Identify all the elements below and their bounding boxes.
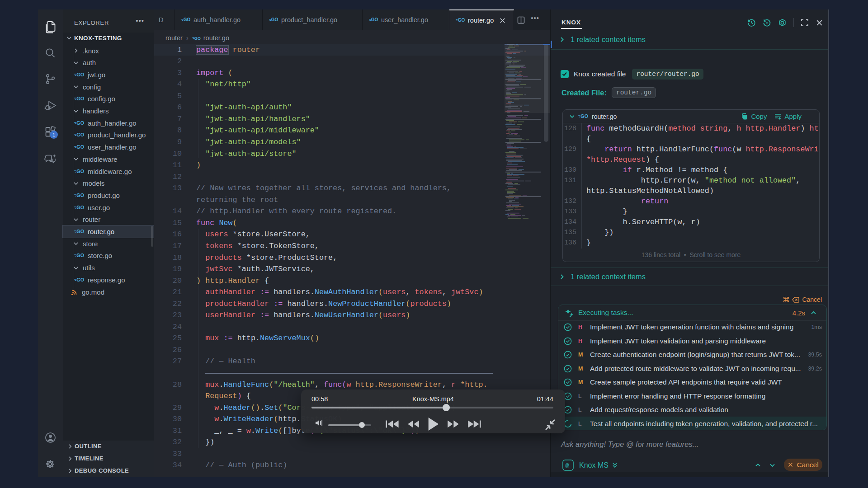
svg-text:GO: GO — [458, 18, 465, 23]
svg-text:GO: GO — [76, 253, 84, 258]
svg-text:GO: GO — [76, 144, 84, 150]
svg-text:GO: GO — [76, 229, 84, 234]
svg-text:GO: GO — [76, 169, 84, 174]
svg-text:GO: GO — [76, 132, 84, 138]
svg-text:GO: GO — [184, 17, 190, 22]
svg-text:GO: GO — [194, 36, 200, 40]
svg-text:GO: GO — [76, 205, 84, 210]
svg-text:GO: GO — [76, 96, 84, 101]
svg-text:GO: GO — [371, 17, 378, 22]
svg-text:@: @ — [566, 462, 569, 469]
svg-text:GO: GO — [580, 113, 588, 119]
svg-text:GO: GO — [271, 17, 278, 22]
svg-text:GO: GO — [76, 277, 84, 282]
svg-text:GO: GO — [76, 120, 84, 126]
svg-text:GO: GO — [76, 72, 84, 77]
svg-text:GO: GO — [76, 192, 84, 198]
